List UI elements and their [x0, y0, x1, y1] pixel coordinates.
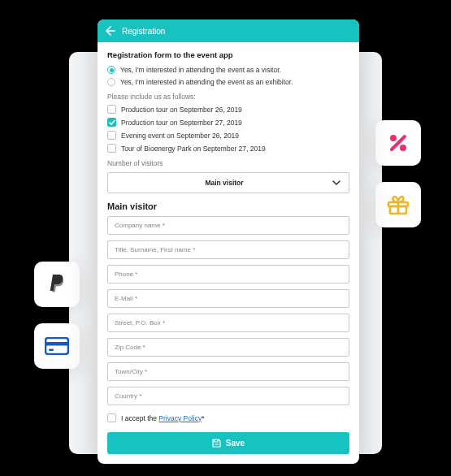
placeholder: Town/City * — [115, 368, 147, 375]
check-label: Evening event on September 26, 2019 — [121, 132, 239, 140]
radio-label: Yes, I'm interested in attending the eve… — [120, 66, 281, 74]
save-button[interactable]: Save — [107, 432, 349, 454]
name-input[interactable]: Title, Surname, First name * — [107, 240, 349, 259]
phone-input[interactable]: Phone * — [107, 265, 349, 283]
placeholder: E-Mail * — [115, 295, 137, 302]
credit-card-icon — [45, 337, 69, 355]
checkbox-icon — [107, 131, 116, 140]
svg-rect-2 — [49, 349, 54, 352]
back-arrow-icon[interactable] — [106, 26, 115, 36]
main-visitor-title: Main visitor — [107, 201, 349, 211]
paypal-card — [34, 262, 80, 307]
form-title: Registration form to the event app — [107, 50, 349, 59]
check-label: Tour of Bioenergy Park on September 27, … — [121, 145, 266, 153]
gift-icon — [386, 194, 410, 215]
placeholder: Zip Code * — [115, 344, 145, 351]
company-input[interactable]: Company name * — [107, 216, 349, 235]
checkbox-icon — [107, 413, 116, 422]
svg-point-3 — [390, 135, 397, 141]
appbar-title: Registration — [122, 27, 165, 36]
include-label: Please include us as follows: — [107, 93, 349, 101]
street-input[interactable]: Street, P.O. Box * — [107, 314, 349, 332]
accept-suffix: * — [202, 414, 204, 422]
visitor-select[interactable]: Main visitor — [107, 172, 349, 193]
paypal-icon — [47, 273, 67, 296]
visitors-label: Number of visitors — [107, 159, 349, 167]
percent-card — [375, 120, 421, 166]
svg-rect-0 — [46, 338, 68, 354]
placeholder: Phone * — [115, 270, 137, 278]
town-input[interactable]: Town/City * — [107, 362, 349, 381]
placeholder: Title, Surname, First name * — [115, 246, 195, 253]
placeholder: Country * — [115, 392, 141, 400]
save-label: Save — [226, 439, 245, 448]
chevron-down-icon — [332, 180, 340, 185]
radio-label: Yes, I'm interested in attending the eve… — [120, 78, 293, 86]
email-input[interactable]: E-Mail * — [107, 289, 349, 308]
percent-icon — [388, 132, 409, 154]
placeholder: Company name * — [115, 222, 165, 229]
check-label: Production tour on September 27, 2019 — [121, 119, 242, 127]
checkbox-icon — [107, 105, 116, 114]
radio-icon — [107, 78, 115, 86]
zip-input[interactable]: Zip Code * — [107, 338, 349, 357]
checkbox-icon — [107, 144, 116, 153]
app-frame: Registration Registration form to the ev… — [98, 19, 359, 464]
app-bar: Registration — [98, 19, 359, 42]
country-input[interactable]: Country * — [107, 387, 349, 405]
credit-card-card — [34, 323, 80, 369]
check-bioenergy-sep27[interactable]: Tour of Bioenergy Park on September 27, … — [107, 144, 349, 153]
gift-card — [375, 182, 421, 227]
accept-privacy-row[interactable]: I accept the Privacy Policy* — [107, 413, 349, 422]
visitor-select-value: Main visitor — [116, 179, 332, 187]
placeholder: Street, P.O. Box * — [115, 319, 165, 327]
radio-exhibitor[interactable]: Yes, I'm interested in attending the eve… — [107, 78, 349, 86]
save-icon — [212, 439, 221, 448]
accept-text: I accept the Privacy Policy* — [121, 414, 205, 422]
svg-point-4 — [400, 145, 406, 151]
radio-visitor[interactable]: Yes, I'm interested in attending the eve… — [107, 66, 349, 74]
svg-rect-1 — [46, 342, 68, 346]
checkbox-icon — [107, 118, 116, 127]
check-label: Production tour on September 26, 2019 — [121, 106, 242, 114]
check-sep26-tour[interactable]: Production tour on September 26, 2019 — [107, 105, 349, 114]
accept-prefix: I accept the — [121, 414, 158, 422]
check-evening-sep26[interactable]: Evening event on September 26, 2019 — [107, 131, 349, 140]
radio-icon — [107, 66, 115, 74]
privacy-policy-link[interactable]: Privacy Policy — [158, 414, 202, 422]
check-sep27-tour[interactable]: Production tour on September 27, 2019 — [107, 118, 349, 127]
form-content: Registration form to the event app Yes, … — [98, 42, 359, 464]
